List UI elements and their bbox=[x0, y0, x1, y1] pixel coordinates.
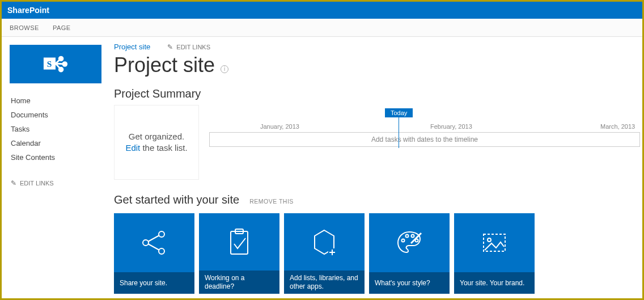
timeline[interactable]: Today January, 2013 February, 2013 March… bbox=[209, 105, 640, 180]
nav-calendar[interactable]: Calendar bbox=[10, 136, 101, 150]
topnav-edit-links-label: EDIT LINKS bbox=[176, 44, 210, 50]
tile-share-site[interactable]: Share your site. bbox=[114, 213, 194, 294]
nav-edit-links[interactable]: ✎ EDIT LINKS bbox=[10, 177, 101, 189]
svg-point-18 bbox=[412, 235, 414, 238]
svg-point-5 bbox=[143, 240, 149, 246]
nav-site-contents[interactable]: Site Contents bbox=[10, 150, 101, 164]
site-logo[interactable]: S bbox=[10, 45, 101, 83]
nav-home[interactable]: Home bbox=[10, 94, 101, 108]
tile-caption: What's your style? bbox=[369, 272, 450, 294]
project-summary: Get organized. Edit the task list. Today… bbox=[114, 105, 640, 180]
tile-caption: Your site. Your brand. bbox=[454, 272, 535, 294]
svg-point-7 bbox=[159, 248, 164, 254]
sharepoint-logo-icon: S bbox=[43, 51, 69, 77]
nav-tasks[interactable]: Tasks bbox=[10, 122, 101, 136]
ribbon-tabs: BROWSE PAGE bbox=[2, 19, 642, 37]
hexagon-add-icon bbox=[284, 213, 365, 271]
organize-prefix: Get organized. bbox=[129, 132, 184, 141]
nav-edit-links-label: EDIT LINKS bbox=[20, 180, 54, 187]
product-name: SharePoint bbox=[7, 6, 49, 15]
topnav-edit-links[interactable]: ✎ EDIT LINKS bbox=[167, 43, 210, 51]
svg-point-22 bbox=[488, 238, 491, 242]
image-placeholder-icon bbox=[454, 213, 535, 272]
organize-suffix: the task list. bbox=[140, 143, 187, 153]
svg-point-6 bbox=[159, 231, 164, 237]
svg-point-17 bbox=[406, 235, 409, 238]
get-started-tiles: Share your site. Working on a deadline? bbox=[114, 213, 640, 294]
month-mar: March, 2013 bbox=[600, 123, 635, 130]
svg-point-16 bbox=[402, 239, 405, 242]
tile-deadline[interactable]: Working on a deadline? bbox=[199, 213, 279, 294]
page-title: Project site bbox=[114, 53, 215, 77]
svg-line-8 bbox=[148, 235, 159, 242]
pencil-icon: ✎ bbox=[11, 179, 16, 187]
tile-caption: Add lists, libraries, and other apps. bbox=[284, 271, 365, 294]
remove-this-link[interactable]: REMOVE THIS bbox=[249, 198, 294, 205]
tile-caption: Working on a deadline? bbox=[199, 271, 279, 294]
get-started-heading: Get started with your site bbox=[114, 193, 239, 206]
today-label: Today bbox=[385, 108, 413, 117]
tab-page[interactable]: PAGE bbox=[53, 24, 71, 31]
palette-icon bbox=[369, 213, 450, 272]
suite-bar: SharePoint bbox=[2, 2, 642, 19]
tab-browse[interactable]: BROWSE bbox=[10, 24, 39, 31]
today-marker: Today bbox=[385, 108, 413, 148]
tile-caption: Share your site. bbox=[114, 272, 194, 294]
quick-launch-nav: Home Documents Tasks Calendar Site Conte… bbox=[2, 94, 109, 189]
tile-style[interactable]: What's your style? bbox=[369, 213, 450, 294]
nav-documents[interactable]: Documents bbox=[10, 108, 101, 122]
clipboard-check-icon bbox=[199, 213, 279, 271]
svg-line-9 bbox=[148, 244, 159, 250]
svg-text:S: S bbox=[47, 59, 52, 69]
tile-brand[interactable]: Your site. Your brand. bbox=[454, 213, 535, 294]
top-nav: Project site ✎ EDIT LINKS bbox=[114, 43, 640, 51]
timeline-months: January, 2013 February, 2013 March, 2013 bbox=[209, 105, 640, 130]
tile-add-apps[interactable]: Add lists, libraries, and other apps. bbox=[284, 213, 365, 294]
timeline-bar[interactable]: Add tasks with dates to the timeline bbox=[209, 132, 640, 147]
svg-rect-10 bbox=[231, 231, 248, 254]
share-icon bbox=[114, 213, 194, 272]
organize-edit-link[interactable]: Edit bbox=[125, 143, 140, 153]
pencil-icon: ✎ bbox=[167, 43, 173, 51]
month-feb: February, 2013 bbox=[430, 123, 600, 130]
info-icon[interactable]: i bbox=[221, 65, 228, 73]
project-summary-heading: Project Summary bbox=[114, 87, 640, 100]
topnav-site-link[interactable]: Project site bbox=[114, 43, 150, 51]
organize-box: Get organized. Edit the task list. bbox=[114, 105, 199, 180]
